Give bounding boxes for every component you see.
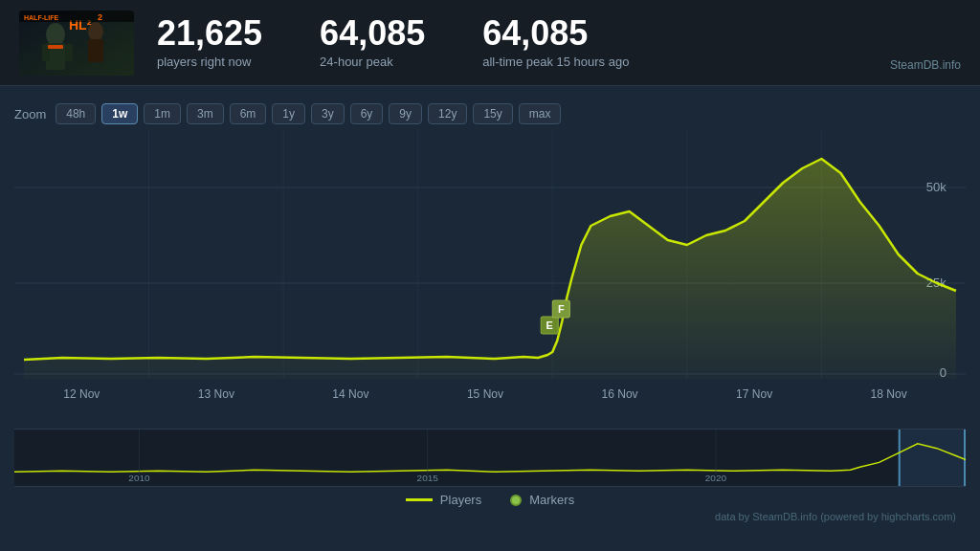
zoom-48h[interactable]: 48h bbox=[56, 103, 96, 124]
legend-markers-label: Markers bbox=[529, 493, 574, 507]
legend-players: Players bbox=[406, 493, 481, 507]
legend: Players Markers bbox=[14, 486, 966, 511]
legend-markers-dot bbox=[510, 495, 522, 506]
svg-text:16 Nov: 16 Nov bbox=[601, 387, 637, 401]
svg-text:E: E bbox=[546, 320, 553, 331]
svg-point-1 bbox=[46, 23, 65, 46]
bottom-credit: data by SteamDB.info (powered by highcha… bbox=[14, 511, 966, 524]
chart-container: Zoom 48h 1w 1m 3m 6m 1y 3y 6y 9y 12y 15y… bbox=[0, 86, 980, 524]
zoom-1y[interactable]: 1y bbox=[272, 103, 305, 124]
svg-text:18 Nov: 18 Nov bbox=[871, 387, 907, 401]
svg-text:15 Nov: 15 Nov bbox=[467, 387, 503, 401]
zoom-3y[interactable]: 3y bbox=[311, 103, 345, 124]
svg-rect-38 bbox=[964, 430, 966, 486]
zoom-6y[interactable]: 6y bbox=[350, 103, 384, 124]
svg-text:F: F bbox=[558, 303, 565, 315]
zoom-label: Zoom bbox=[14, 107, 46, 121]
zoom-bar: Zoom 48h 1w 1m 3m 6m 1y 3y 6y 9y 12y 15y… bbox=[14, 96, 966, 130]
zoom-1w[interactable]: 1w bbox=[101, 103, 138, 124]
stats-group: 21,625 players right now 64,085 24-hour … bbox=[157, 16, 867, 69]
stat-24h: 64,085 24-hour peak bbox=[320, 16, 425, 69]
stat-current-label: players right now bbox=[157, 55, 262, 69]
game-cover: HL² HALF-LIFE 2 bbox=[19, 11, 134, 76]
header: HL² HALF-LIFE 2 21,625 players right now… bbox=[0, 0, 980, 86]
zoom-15y[interactable]: 15y bbox=[473, 103, 512, 124]
stat-current: 21,625 players right now bbox=[157, 16, 262, 69]
svg-rect-35 bbox=[14, 430, 966, 486]
svg-rect-37 bbox=[899, 430, 901, 486]
legend-markers: Markers bbox=[510, 493, 574, 507]
zoom-3m[interactable]: 3m bbox=[187, 103, 224, 124]
svg-text:50k: 50k bbox=[926, 180, 947, 194]
stat-alltime-label: all-time peak 15 hours ago bbox=[482, 55, 629, 69]
zoom-9y[interactable]: 9y bbox=[389, 103, 422, 124]
svg-text:14 Nov: 14 Nov bbox=[332, 387, 368, 401]
svg-text:17 Nov: 17 Nov bbox=[736, 387, 772, 401]
svg-rect-5 bbox=[48, 45, 63, 49]
zoom-6m[interactable]: 6m bbox=[230, 103, 267, 124]
stat-24h-label: 24-hour peak bbox=[320, 55, 425, 69]
mini-chart[interactable]: 2010 2015 2020 bbox=[14, 429, 966, 486]
stat-alltime-value: 64,085 bbox=[482, 16, 629, 51]
legend-players-line bbox=[406, 498, 433, 501]
main-chart: 50k 25k 0 E F 12 Nov 13 Nov bbox=[14, 130, 966, 427]
svg-rect-7 bbox=[88, 39, 103, 62]
svg-text:12 Nov: 12 Nov bbox=[63, 387, 100, 401]
legend-players-label: Players bbox=[440, 493, 481, 507]
stat-current-value: 21,625 bbox=[157, 16, 262, 51]
svg-text:HALF-LIFE: HALF-LIFE bbox=[24, 14, 58, 21]
svg-text:13 Nov: 13 Nov bbox=[198, 387, 234, 401]
svg-rect-4 bbox=[65, 44, 73, 61]
svg-rect-36 bbox=[899, 430, 966, 486]
zoom-1m[interactable]: 1m bbox=[144, 103, 181, 124]
steamdb-header-credit: SteamDB.info bbox=[890, 58, 961, 74]
zoom-max[interactable]: max bbox=[519, 103, 562, 124]
stat-24h-value: 64,085 bbox=[320, 16, 425, 51]
stat-alltime: 64,085 all-time peak 15 hours ago bbox=[482, 16, 629, 69]
zoom-12y[interactable]: 12y bbox=[428, 103, 467, 124]
svg-text:2: 2 bbox=[98, 12, 102, 22]
